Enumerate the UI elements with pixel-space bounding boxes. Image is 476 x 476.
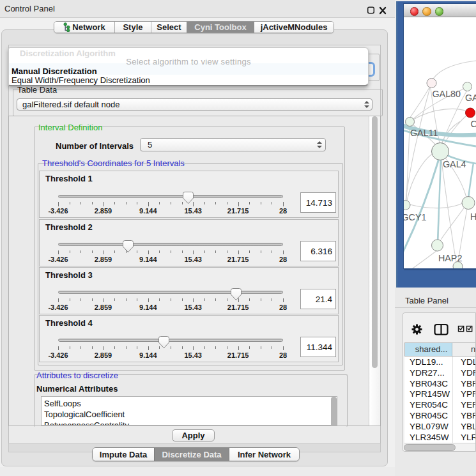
svg-text:HAP2: HAP2: [438, 253, 462, 263]
svg-text:GAL4: GAL4: [443, 159, 466, 169]
svg-text:C: C: [471, 119, 476, 129]
svg-text:GAL80: GAL80: [433, 89, 461, 99]
svg-text:GA: GA: [465, 93, 476, 103]
svg-text:GAL11: GAL11: [410, 128, 438, 138]
svg-text:GCY1: GCY1: [404, 212, 426, 222]
svg-text:H: H: [470, 211, 476, 222]
